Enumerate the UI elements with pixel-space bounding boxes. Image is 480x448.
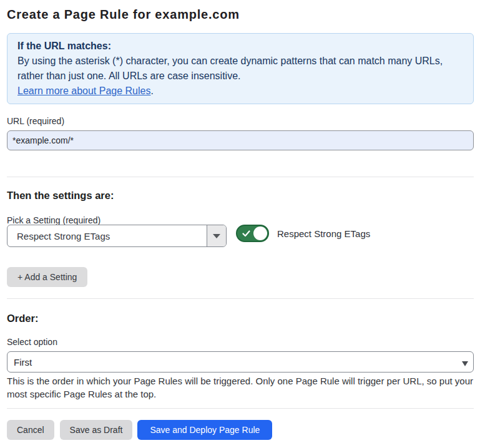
setting-select[interactable]: Respect Strong ETags: [7, 225, 227, 247]
picker-row: Respect Strong ETags Respect Strong ETag…: [7, 225, 474, 247]
order-help-text: This is the order in which your Page Rul…: [7, 374, 474, 401]
url-input-value: *example.com/*: [12, 135, 74, 145]
save-draft-button[interactable]: Save as Draft: [60, 420, 133, 440]
caret-down-icon: [213, 234, 220, 238]
page: Create a Page Rule for example.com If th…: [0, 7, 480, 440]
setting-select-value: Respect Strong ETags: [7, 225, 207, 246]
info-box-body-text: By using the asterisk (*) character, you…: [17, 56, 443, 81]
settings-heading: Then the settings are:: [7, 189, 474, 202]
order-select-label: Select option: [7, 337, 474, 348]
url-field-label: URL (required): [7, 116, 474, 127]
cancel-button[interactable]: Cancel: [7, 420, 54, 440]
chevron-down-icon: [462, 361, 468, 366]
divider: [7, 408, 474, 409]
link-suffix: .: [150, 85, 153, 96]
divider: [7, 177, 474, 177]
learn-more-link[interactable]: Learn more about Page Rules: [17, 85, 150, 96]
toggle-label: Respect Strong ETags: [277, 228, 370, 239]
setting-select-arrow-button[interactable]: [207, 225, 226, 246]
toggle-knob: [253, 226, 267, 240]
info-box-heading: If the URL matches:: [17, 39, 463, 54]
url-match-info-box: If the URL matches: By using the asteris…: [7, 33, 474, 104]
footer-actions: Cancel Save as Draft Save and Deploy Pag…: [7, 420, 474, 440]
order-select-value: First: [14, 357, 32, 368]
add-setting-button[interactable]: + Add a Setting: [7, 267, 87, 287]
order-heading: Order:: [7, 312, 474, 324]
divider: [7, 298, 474, 299]
info-box-body: By using the asterisk (*) character, you…: [17, 54, 463, 99]
page-title: Create a Page Rule for example.com: [7, 7, 474, 22]
order-select[interactable]: First: [7, 351, 474, 373]
check-icon: [242, 230, 250, 237]
url-input[interactable]: *example.com/*: [7, 130, 474, 150]
save-deploy-button[interactable]: Save and Deploy Page Rule: [137, 420, 272, 440]
setting-toggle[interactable]: [236, 225, 269, 242]
